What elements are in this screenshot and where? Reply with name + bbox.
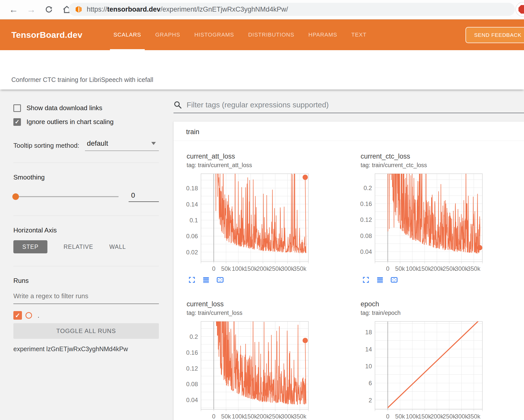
smoothing-slider[interactable]	[13, 196, 119, 197]
svg-text:0.02: 0.02	[186, 249, 198, 256]
filter-tags-input[interactable]: Filter tags (regular expressions support…	[173, 101, 524, 113]
svg-text:0.18: 0.18	[186, 185, 198, 192]
reload-icon[interactable]	[44, 5, 53, 14]
main-pane: Filter tags (regular expressions support…	[166, 89, 524, 420]
svg-text:0.2: 0.2	[190, 333, 198, 340]
settings-sidebar: Show data download links ✓ Ignore outlie…	[0, 89, 166, 420]
chart-plot-current_loss[interactable]: 0.040.080.120.160.2050k100k150k200k250k3…	[185, 320, 312, 419]
run-checkbox[interactable]: ✓	[13, 311, 22, 320]
svg-text:0.12: 0.12	[360, 216, 372, 223]
fit-domain-icon[interactable]	[390, 276, 398, 284]
chart-card-epoch: epochtag: train/epoch26101418050k100k150…	[359, 300, 486, 420]
svg-text:350k: 350k	[293, 265, 307, 271]
chart-plot-current_ctc_loss[interactable]: 0.040.080.120.160.2050k100k150k200k250k3…	[359, 172, 486, 271]
axis-relative-button[interactable]: RELATIVE	[64, 244, 93, 250]
tab-hparams[interactable]: HPARAMS	[305, 19, 341, 50]
chart-title: current_loss	[187, 300, 312, 308]
app-header: TensorBoard.dev SCALARSGRAPHSHISTOGRAMSD…	[0, 19, 524, 50]
svg-text:150k: 150k	[418, 413, 431, 419]
fullscreen-icon[interactable]	[188, 276, 196, 284]
chart-card-current_att_loss: current_att_losstag: train/current_att_l…	[185, 153, 312, 284]
run-name: .	[38, 312, 39, 319]
group-title[interactable]: train	[173, 122, 524, 141]
tensorboard-favicon-icon	[75, 5, 83, 13]
chevron-down-icon	[151, 142, 156, 145]
tab-graphs[interactable]: GRAPHS	[152, 19, 184, 50]
tab-histograms[interactable]: HISTOGRAMS	[191, 19, 238, 50]
chart-tag: tag: train/epoch	[361, 310, 486, 316]
svg-text:100k: 100k	[406, 413, 419, 419]
svg-text:6: 6	[369, 380, 372, 386]
svg-text:300k: 300k	[281, 413, 294, 419]
divider	[13, 163, 159, 163]
svg-text:100k: 100k	[232, 265, 245, 271]
svg-text:0.08: 0.08	[186, 381, 198, 387]
chart-tag: tag: train/current_att_loss	[187, 162, 312, 169]
url-bar[interactable]: https://tensorboard.dev/experiment/lzGnE…	[69, 3, 515, 16]
axis-step-button[interactable]: STEP	[13, 240, 47, 253]
send-feedback-button[interactable]: SEND FEEDBACK	[465, 27, 524, 43]
smoothing-slider-thumb[interactable]	[12, 193, 19, 200]
runs-regex-placeholder: Write a regex to filter runs	[13, 292, 88, 300]
log-scale-lines-icon[interactable]	[202, 276, 210, 284]
chart-title: current_ctc_loss	[361, 153, 486, 160]
screenshot-root: ← → https://tensorboard.dev/experiment/l…	[0, 0, 524, 420]
runs-regex-input[interactable]: Write a regex to filter runs	[13, 292, 159, 304]
svg-text:250k: 250k	[269, 413, 282, 419]
svg-text:50k: 50k	[221, 265, 231, 271]
svg-text:0: 0	[212, 265, 215, 271]
log-scale-lines-icon[interactable]	[376, 276, 384, 284]
svg-text:50k: 50k	[395, 413, 405, 419]
show-download-links-checkbox[interactable]	[13, 104, 21, 112]
chart-tag: tag: train/current_loss	[187, 310, 312, 316]
svg-text:250k: 250k	[443, 265, 456, 271]
svg-text:0: 0	[386, 265, 389, 271]
svg-text:50k: 50k	[221, 413, 231, 419]
experiment-title-band: Conformer CTC training for LibriSpeech w…	[0, 50, 524, 89]
svg-text:18: 18	[365, 329, 372, 336]
forward-icon[interactable]: →	[27, 5, 36, 14]
extension-icon[interactable]	[515, 2, 524, 17]
chart-toolbar	[188, 276, 312, 284]
axis-wall-button[interactable]: WALL	[109, 244, 126, 250]
tab-distributions[interactable]: DISTRIBUTIONS	[245, 19, 298, 50]
chart-title: epoch	[361, 300, 486, 308]
fit-domain-icon[interactable]	[216, 276, 224, 284]
chart-plot-epoch[interactable]: 26101418050k100k150k200k250k300k350k	[359, 320, 486, 419]
chart-card-current_loss: current_losstag: train/current_loss0.040…	[185, 300, 312, 420]
svg-text:300k: 300k	[455, 413, 468, 419]
horizontal-axis-label: Horizontal Axis	[13, 226, 159, 234]
ignore-outliers-checkbox[interactable]: ✓	[13, 118, 21, 126]
svg-text:200k: 200k	[256, 413, 270, 419]
toggle-all-runs-button[interactable]: TOGGLE ALL RUNS	[13, 323, 159, 339]
svg-text:0.06: 0.06	[186, 233, 198, 239]
filter-tags-placeholder: Filter tags (regular expressions support…	[187, 101, 329, 109]
svg-text:0.16: 0.16	[186, 349, 198, 356]
tab-text[interactable]: TEXT	[348, 19, 370, 50]
svg-text:150k: 150k	[418, 265, 431, 271]
show-download-links-label: Show data download links	[26, 104, 102, 112]
fullscreen-icon[interactable]	[362, 276, 370, 284]
svg-text:10: 10	[365, 363, 372, 370]
svg-text:200k: 200k	[430, 265, 444, 271]
divider	[13, 266, 159, 266]
svg-text:0.2: 0.2	[364, 185, 372, 191]
svg-text:250k: 250k	[269, 265, 282, 271]
smoothing-value-input[interactable]: 0	[129, 191, 159, 202]
train-group-card: train current_att_losstag: train/current…	[173, 122, 524, 420]
tab-scalars[interactable]: SCALARS	[110, 19, 145, 50]
tooltip-sorting-dropdown[interactable]: default	[85, 139, 159, 151]
svg-text:50k: 50k	[395, 265, 405, 271]
chart-card-current_ctc_loss: current_ctc_losstag: train/current_ctc_l…	[359, 153, 486, 284]
svg-text:2: 2	[369, 397, 372, 404]
svg-text:200k: 200k	[430, 413, 444, 419]
tooltip-sorting-label: Tooltip sorting method:	[13, 142, 79, 151]
svg-text:0.14: 0.14	[186, 201, 198, 208]
tooltip-sorting-value: default	[87, 139, 108, 147]
back-icon[interactable]: ←	[9, 5, 18, 14]
svg-text:250k: 250k	[443, 413, 456, 419]
divider	[13, 216, 159, 216]
chart-plot-current_att_loss[interactable]: 0.020.060.10.140.18050k100k150k200k250k3…	[185, 172, 312, 271]
chart-toolbar	[362, 276, 486, 284]
app-logo[interactable]: TensorBoard.dev	[11, 19, 82, 50]
